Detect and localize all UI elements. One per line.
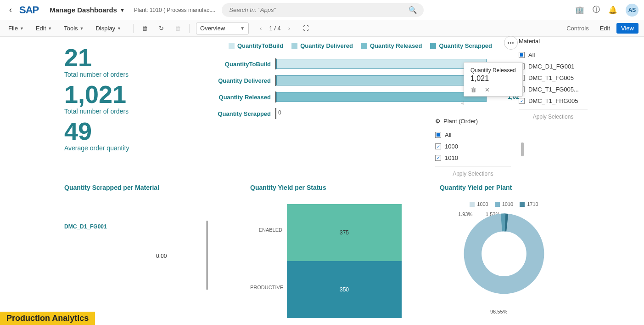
- yield-per-status-chart[interactable]: Quantity Yield per Status ENABLED PRODUC…: [250, 184, 415, 204]
- avatar[interactable]: AS: [626, 4, 638, 17]
- trash-icon[interactable]: 🗑: [171, 23, 185, 34]
- filter-material-item[interactable]: DMC_T1_FG005...: [519, 84, 588, 95]
- back-button[interactable]: ‹: [6, 3, 16, 17]
- filter-material-item[interactable]: DMC_T1_FHG005: [519, 95, 588, 107]
- view-mode-button[interactable]: View: [616, 23, 638, 34]
- filter-plant-item[interactable]: 1000: [435, 141, 511, 152]
- search-input[interactable]: [222, 3, 424, 17]
- chevron-down-icon: ▼: [20, 26, 24, 31]
- kpi-avg-quantity: 49 Average order quantity: [64, 119, 129, 152]
- app-header: ‹ SAP Manage Dashboards ▼ Plant: 1010 ( …: [0, 0, 644, 20]
- menu-file[interactable]: File▼: [6, 23, 27, 34]
- controls-button[interactable]: Controls: [562, 23, 593, 34]
- swatch-icon: [495, 202, 500, 207]
- filter-material-item[interactable]: DMC_D1_FG001: [519, 61, 588, 72]
- checkbox-icon[interactable]: [435, 132, 441, 138]
- scrollbar-thumb[interactable]: [521, 143, 524, 156]
- filter-material-all[interactable]: All: [519, 49, 588, 61]
- chevron-down-icon: ▼: [117, 26, 121, 31]
- filter-material-item[interactable]: DMC_T1_FG005: [519, 72, 588, 84]
- pager: ‹ 1 / 4 ›: [256, 24, 294, 33]
- swatch-icon: [361, 43, 367, 49]
- chart-legend: QuantityToBuild Quantity Delivered Quant…: [211, 42, 510, 49]
- stack-seg-productive[interactable]: 350: [287, 261, 402, 318]
- tooltip-filter-icon[interactable]: 🗑︎: [470, 86, 476, 93]
- chart-tooltip: Quantity Released 1,021 🗑︎ ✕: [464, 62, 523, 97]
- swatch-icon: [520, 202, 525, 207]
- swatch-icon: [229, 43, 235, 49]
- yield-per-plant-chart[interactable]: Quantity Yield per Plant 1000 1010 1710 …: [440, 184, 568, 295]
- dashboard-canvas: 21 Total number of orders 1,021 Total nu…: [0, 37, 644, 46]
- checkbox-icon[interactable]: [435, 143, 441, 149]
- swatch-icon: [470, 202, 475, 207]
- donut-svg: [463, 212, 545, 295]
- notification-icon[interactable]: 🔔: [608, 6, 617, 14]
- divider: [133, 24, 134, 33]
- building-icon[interactable]: 🏢: [575, 6, 584, 14]
- apply-selections-button[interactable]: Apply Selections: [435, 166, 511, 181]
- donut-pct-1710: 96.55%: [490, 309, 507, 314]
- pager-prev[interactable]: ‹: [256, 24, 265, 33]
- filter-material-title: Material: [519, 38, 588, 45]
- footer-tag: Production Analytics: [0, 312, 95, 325]
- status-label-productive: PRODUCTIVE: [250, 285, 287, 290]
- filter-material-panel: Material All DMC_D1_FG001 DMC_T1_FG005 D…: [519, 38, 588, 124]
- swatch-icon: [291, 43, 297, 49]
- story-selector[interactable]: Overview ▼: [196, 23, 249, 34]
- menu-tools[interactable]: Tools▼: [61, 23, 86, 34]
- legend-released[interactable]: Quantity Released: [361, 42, 422, 49]
- legend-scrapped[interactable]: Quantity Scrapped: [430, 42, 492, 49]
- tooltip-close-icon[interactable]: ✕: [485, 86, 490, 93]
- scrap-value: 0.00: [156, 253, 167, 259]
- divider: [189, 24, 190, 33]
- tooltip-label: Quantity Released: [470, 67, 516, 74]
- cursor-pointer-icon: ☟: [460, 99, 465, 107]
- fullscreen-icon[interactable]: ⛶: [299, 23, 313, 34]
- pager-label: 1 / 4: [265, 25, 284, 32]
- gear-icon: ⚙: [435, 118, 441, 125]
- chevron-down-icon: ▼: [80, 26, 84, 31]
- scrap-category: DMC_D1_FG001: [64, 223, 107, 230]
- legend-1710[interactable]: 1710: [520, 201, 538, 207]
- pager-next[interactable]: ›: [285, 24, 294, 33]
- filter-plant-item[interactable]: 1010: [435, 152, 511, 164]
- page-title-dropdown[interactable]: Manage Dashboards ▼: [50, 6, 125, 14]
- legend-delivered[interactable]: Quantity Delivered: [291, 42, 353, 49]
- scrap-per-material-chart[interactable]: Quantity Scrapped per Material DMC_D1_FG…: [64, 184, 211, 230]
- more-actions-button[interactable]: •••: [504, 36, 518, 50]
- filter-plant-panel: ⚙Plant (Order) All 1000 1010 Apply Selec…: [435, 118, 511, 181]
- kpi-block: 21 Total number of orders 1,021 Total nu…: [64, 45, 129, 155]
- swatch-icon: [430, 43, 436, 49]
- donut-legend: 1000 1010 1710: [440, 201, 568, 207]
- page-title-text: Manage Dashboards: [50, 6, 117, 14]
- chart-title: Quantity Scrapped per Material: [64, 184, 211, 191]
- edit-mode-button[interactable]: Edit: [595, 23, 615, 34]
- legend-build[interactable]: QuantityToBuild: [229, 42, 283, 49]
- refresh-icon[interactable]: ↻: [155, 23, 168, 34]
- filter-plant-title: ⚙Plant (Order): [435, 118, 511, 125]
- menu-display[interactable]: Display▼: [93, 23, 124, 34]
- filter-icon[interactable]: 🗑︎: [138, 23, 151, 34]
- chart-title: Quantity Yield per Plant: [440, 184, 568, 191]
- kpi-total-orders: 21 Total number of orders: [64, 45, 129, 78]
- plant-breadcrumb: Plant: 1010 ( Process manufact...: [134, 7, 215, 13]
- tooltip-value: 1,021: [470, 74, 516, 83]
- checkbox-icon[interactable]: [435, 155, 441, 161]
- sap-logo: SAP: [19, 4, 39, 16]
- toolbar: File▼ Edit▼ Tools▼ Display▼ 🗑︎ ↻ 🗑 Overv…: [0, 20, 644, 37]
- status-label-enabled: ENABLED: [250, 227, 287, 233]
- chart-title: Quantity Yield per Status: [250, 184, 415, 191]
- stack-seg-enabled[interactable]: 375: [287, 204, 402, 261]
- legend-1000[interactable]: 1000: [470, 201, 488, 207]
- svg-point-0: [473, 222, 535, 285]
- help-icon[interactable]: ⓘ: [593, 5, 600, 15]
- legend-1010[interactable]: 1010: [495, 201, 513, 207]
- checkbox-icon[interactable]: [519, 52, 525, 58]
- chevron-down-icon: ▼: [120, 7, 125, 13]
- apply-selections-button[interactable]: Apply Selections: [519, 109, 588, 124]
- chevron-down-icon: ▼: [240, 26, 245, 31]
- filter-plant-all[interactable]: All: [435, 129, 511, 141]
- checkbox-icon[interactable]: [519, 98, 525, 104]
- menu-edit[interactable]: Edit▼: [33, 23, 55, 34]
- search-icon[interactable]: 🔍: [409, 6, 417, 14]
